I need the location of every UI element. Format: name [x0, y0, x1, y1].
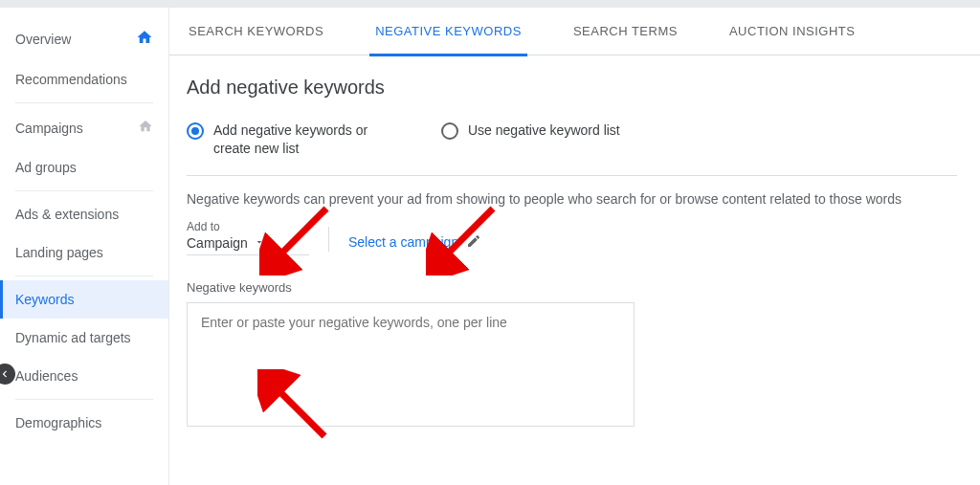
textarea-label: Negative keywords — [187, 280, 957, 295]
sidebar-item-landing-pages[interactable]: Landing pages — [0, 233, 168, 272]
sidebar-label: Ads & extensions — [15, 207, 119, 222]
tab-negative-keywords[interactable]: NEGATIVE KEYWORDS — [369, 8, 527, 55]
sidebar-label: Overview — [15, 32, 71, 47]
radio-label: Use negative keyword list — [468, 121, 620, 140]
radio-icon — [187, 122, 204, 140]
radio-use-list[interactable]: Use negative keyword list — [441, 121, 620, 140]
sidebar-label: Landing pages — [15, 245, 103, 260]
tab-auction-insights[interactable]: AUCTION INSIGHTS — [724, 8, 861, 55]
sidebar-item-dynamic-ad-targets[interactable]: Dynamic ad targets — [0, 319, 168, 357]
sidebar-item-ads-extensions[interactable]: Ads & extensions — [0, 195, 168, 233]
add-to-dropdown[interactable]: Add to Campaign — [187, 220, 309, 255]
add-to-label: Add to — [187, 220, 309, 233]
select-campaign-button[interactable]: Select a campaign — [348, 233, 481, 252]
radio-icon — [441, 122, 458, 140]
page-title: Add negative keywords — [187, 77, 957, 99]
sidebar-item-ad-groups[interactable]: Ad groups — [0, 148, 168, 187]
sidebar-label: Campaigns — [15, 121, 83, 136]
sidebar-label: Audiences — [15, 368, 78, 384]
sidebar-item-audiences[interactable]: Audiences — [0, 357, 168, 395]
tab-search-terms[interactable]: SEARCH TERMS — [568, 8, 683, 55]
sidebar: Overview Recommendations Campaigns Ad gr… — [0, 8, 169, 485]
radio-add-negative-keywords[interactable]: Add negative keywords or create new list — [187, 121, 405, 158]
description-text: Negative keywords can prevent your ad fr… — [187, 191, 957, 207]
tabs: SEARCH KEYWORDS NEGATIVE KEYWORDS SEARCH… — [169, 8, 980, 55]
home-icon — [136, 29, 153, 49]
select-campaign-label: Select a campaign — [348, 234, 458, 250]
tab-search-keywords[interactable]: SEARCH KEYWORDS — [183, 8, 329, 55]
sidebar-label: Ad groups — [15, 160, 77, 175]
pencil-icon — [466, 233, 481, 252]
sidebar-label: Keywords — [15, 292, 74, 307]
sidebar-label: Demographics — [15, 415, 101, 430]
add-to-value: Campaign — [187, 235, 248, 251]
negative-keywords-textarea[interactable] — [187, 302, 635, 427]
sidebar-label: Recommendations — [15, 72, 127, 87]
main-content: SEARCH KEYWORDS NEGATIVE KEYWORDS SEARCH… — [169, 8, 980, 485]
radio-group: Add negative keywords or create new list… — [187, 121, 957, 176]
sidebar-item-demographics[interactable]: Demographics — [0, 404, 168, 442]
sidebar-item-keywords[interactable]: Keywords — [0, 280, 168, 319]
divider — [328, 227, 329, 252]
sidebar-label: Dynamic ad targets — [15, 330, 131, 345]
sidebar-item-recommendations[interactable]: Recommendations — [0, 60, 168, 99]
radio-label: Add negative keywords or create new list — [213, 121, 405, 158]
chevron-down-icon — [254, 235, 265, 251]
sidebar-item-overview[interactable]: Overview — [0, 17, 168, 60]
sidebar-item-campaigns[interactable]: Campaigns — [0, 107, 168, 148]
home-icon — [138, 119, 153, 137]
